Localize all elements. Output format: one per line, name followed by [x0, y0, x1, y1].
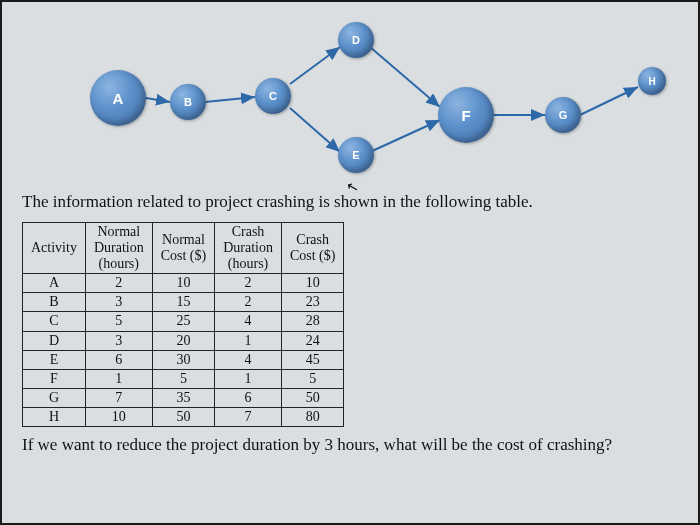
node-c-label: C [269, 90, 277, 102]
table-row: G735650 [23, 388, 344, 407]
table-body: A210210 B315223 C525428 D320124 E630445 … [23, 274, 344, 427]
th-activity: Activity [23, 223, 86, 274]
node-e: E [338, 137, 374, 173]
table-row: H1050780 [23, 407, 344, 426]
table-row: F1515 [23, 369, 344, 388]
table-row: D320124 [23, 331, 344, 350]
table-row: A210210 [23, 274, 344, 293]
svg-line-7 [580, 87, 638, 115]
svg-line-4 [370, 47, 440, 107]
th-crash-duration: CrashDuration(hours) [215, 223, 282, 274]
table-header-row: Activity NormalDuration(hours) NormalCos… [23, 223, 344, 274]
node-d: D [338, 22, 374, 58]
node-d-label: D [352, 34, 360, 46]
table-row: B315223 [23, 293, 344, 312]
th-crash-cost: CrashCost ($) [281, 223, 344, 274]
node-a: A [90, 70, 146, 126]
svg-line-5 [370, 120, 440, 152]
node-g: G [545, 97, 581, 133]
node-e-label: E [352, 149, 359, 161]
node-a-label: A [113, 90, 124, 107]
node-h-label: H [648, 76, 655, 87]
table-row: E630445 [23, 350, 344, 369]
crashing-table: Activity NormalDuration(hours) NormalCos… [22, 222, 344, 427]
node-g-label: G [559, 109, 568, 121]
page: A B C D E F G H ↖ The information relate… [0, 0, 700, 525]
th-normal-duration: NormalDuration(hours) [85, 223, 152, 274]
network-diagram: A B C D E F G H [30, 12, 670, 182]
node-f-label: F [461, 107, 470, 124]
svg-line-3 [290, 108, 340, 152]
question-text: If we want to reduce the project duratio… [22, 435, 678, 455]
node-b: B [170, 84, 206, 120]
node-b-label: B [184, 96, 192, 108]
th-normal-cost: NormalCost ($) [152, 223, 215, 274]
node-h: H [638, 67, 666, 95]
table-row: C525428 [23, 312, 344, 331]
svg-line-2 [290, 47, 340, 84]
node-c: C [255, 78, 291, 114]
node-f: F [438, 87, 494, 143]
svg-line-1 [205, 97, 255, 102]
